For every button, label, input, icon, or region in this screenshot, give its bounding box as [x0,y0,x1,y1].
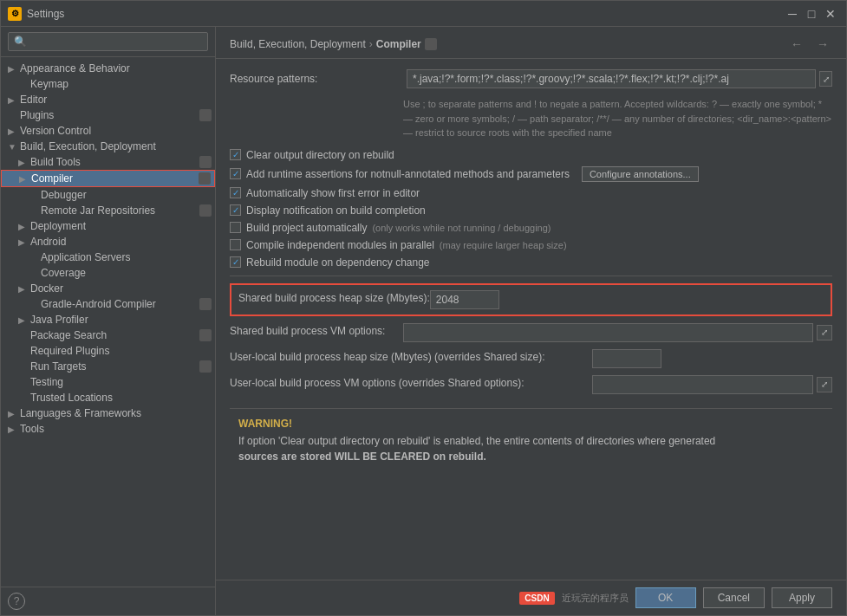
close-button[interactable]: ✕ [822,5,839,23]
badge-icon [199,329,212,341]
resource-patterns-input[interactable] [407,69,816,88]
build-auto-note: (only works while not running / debuggin… [372,223,551,233]
arrow-icon: ▶ [18,284,30,294]
sidebar-item-appearance[interactable]: ▶ Appearance & Behavior [1,61,215,76]
search-input[interactable] [8,32,208,51]
sidebar-item-label: Tools [20,423,212,435]
arrow-icon: ▶ [18,315,30,325]
sidebar-item-gradle-android[interactable]: Gradle-Android Compiler [1,296,215,312]
sidebar-item-debugger[interactable]: Debugger [1,187,215,203]
checkbox-clear-output-label: Clear output directory on rebuild [246,149,394,161]
arrow-icon: ▶ [8,126,20,136]
checkbox-add-runtime-input[interactable] [230,168,241,179]
heap-size-highlighted-row: Shared build process heap size (Mbytes): [230,283,832,316]
sidebar-item-coverage[interactable]: Coverage [1,265,215,281]
sidebar-item-build-execution[interactable]: ▼ Build, Execution, Deployment [1,139,215,154]
user-vm-options-row: User-local build process VM options (ove… [230,375,832,394]
badge-icon [199,298,212,310]
watermark-text: 近玩完的程序员 [562,592,629,605]
sidebar-item-run-targets[interactable]: Run Targets [1,359,215,374]
checkbox-build-auto-input[interactable] [230,222,241,233]
sidebar-bottom: ? [1,587,215,615]
sidebar-item-deployment[interactable]: ▶ Deployment [1,218,215,234]
maximize-button[interactable]: □ [803,5,820,23]
sidebar-item-compiler[interactable]: ▶ Compiler [1,170,215,187]
sidebar-item-label: Android [30,236,212,248]
checkbox-clear-output-input[interactable] [230,149,241,160]
sidebar-item-required-plugins[interactable]: Required Plugins [1,343,215,359]
nav-forward-button[interactable]: → [813,36,832,53]
checkbox-clear-output: Clear output directory on rebuild [230,149,832,161]
sidebar-item-label: Java Profiler [30,314,212,326]
badge-icon [199,109,212,121]
ok-button[interactable]: OK [635,587,696,608]
vm-options-expand-button[interactable]: ⤢ [817,325,832,340]
panel-header: Build, Execution, Deployment › Compiler … [216,27,846,59]
sidebar-item-package-search[interactable]: Package Search [1,327,215,343]
checkbox-compile-parallel: Compile independent modules in parallel … [230,239,832,251]
sidebar-item-version-control[interactable]: ▶ Version Control [1,123,215,139]
sidebar-item-label: Required Plugins [30,345,212,357]
user-heap-size-label: User-local build process heap size (Mbyt… [230,349,585,363]
breadcrumb-separator: › [369,38,373,50]
sidebar-item-plugins[interactable]: Plugins [1,107,215,123]
sidebar-item-trusted-locations[interactable]: Trusted Locations [1,390,215,405]
sidebar-item-languages[interactable]: ▶ Languages & Frameworks [1,405,215,421]
sidebar-item-label: Compiler [31,172,195,185]
sidebar-item-label: Deployment [30,220,212,232]
checkbox-auto-show-error-input[interactable] [230,187,241,198]
heap-size-row: Shared build process heap size (Mbytes): [238,290,824,309]
sidebar-item-label: Package Search [30,329,196,341]
title-bar-left: ⚙ Settings [8,7,64,21]
sidebar-item-java-profiler[interactable]: ▶ Java Profiler [1,312,215,327]
cancel-button[interactable]: Cancel [703,587,765,608]
sidebar-item-label: Build Tools [30,156,196,168]
checkbox-add-runtime-label: Add runtime assertions for notnull-annot… [246,168,570,180]
sidebar-item-label: Remote Jar Repositories [41,204,196,217]
arrow-icon: ▶ [18,222,30,231]
arrow-icon: ▶ [8,95,20,105]
sidebar-item-remote-jar[interactable]: Remote Jar Repositories [1,203,215,218]
minimize-button[interactable]: ─ [784,5,801,23]
sidebar-item-build-tools[interactable]: ▶ Build Tools [1,154,215,170]
nav-back-button[interactable]: ← [787,36,806,53]
settings-icon: ⚙ [8,7,22,21]
user-vm-options-input[interactable] [592,375,813,394]
help-button[interactable]: ? [8,593,25,610]
sidebar-item-testing[interactable]: Testing [1,374,215,390]
checkbox-display-notification-label: Display notification on build completion [246,204,426,217]
configure-annotations-button[interactable]: Configure annotations... [582,166,699,182]
user-vm-expand-button[interactable]: ⤢ [817,377,832,392]
sidebar-item-keymap[interactable]: Keymap [1,76,215,92]
checkbox-rebuild-module-input[interactable] [230,256,241,268]
arrow-icon: ▶ [8,425,20,434]
sidebar-item-app-servers[interactable]: Application Servers [1,250,215,265]
sidebar-item-editor[interactable]: ▶ Editor [1,92,215,107]
vm-options-input[interactable] [403,323,813,342]
user-heap-size-input[interactable] [592,349,661,368]
badge-icon [199,172,211,185]
expand-button[interactable]: ⤢ [819,71,832,87]
sidebar-item-label: Plugins [20,109,196,121]
checkbox-display-notification-input[interactable] [230,204,241,216]
resource-patterns-row: Resource patterns: ⤢ [230,69,832,88]
sidebar-item-label: Gradle-Android Compiler [41,298,196,310]
sidebar-item-label: Trusted Locations [30,392,212,404]
vm-options-label: Shared build process VM options: [230,323,403,337]
checkbox-compile-parallel-input[interactable] [230,239,241,250]
main-content-area: ▶ Appearance & Behavior Keymap ▶ Editor … [1,27,846,615]
settings-window: ⚙ Settings ─ □ ✕ ▶ Appearance & Behavior [0,0,847,616]
sidebar-item-docker[interactable]: ▶ Docker [1,281,215,296]
main-panel: Build, Execution, Deployment › Compiler … [216,27,846,615]
heap-size-input[interactable] [430,290,499,309]
bottom-bar: CSDN 近玩完的程序员 OK Cancel Apply [216,580,846,615]
checkbox-rebuild-module: Rebuild module on dependency change [230,256,832,276]
apply-button[interactable]: Apply [772,587,832,608]
sidebar-tree: ▶ Appearance & Behavior Keymap ▶ Editor … [1,57,215,587]
user-vm-options-label: User-local build process VM options (ove… [230,375,585,389]
sidebar-item-label: Appearance & Behavior [20,62,212,75]
warning-text: If option 'Clear output directory on reb… [238,433,824,464]
sidebar-item-tools[interactable]: ▶ Tools [1,421,215,437]
sidebar-item-label: Docker [30,282,212,295]
sidebar-item-android[interactable]: ▶ Android [1,234,215,250]
